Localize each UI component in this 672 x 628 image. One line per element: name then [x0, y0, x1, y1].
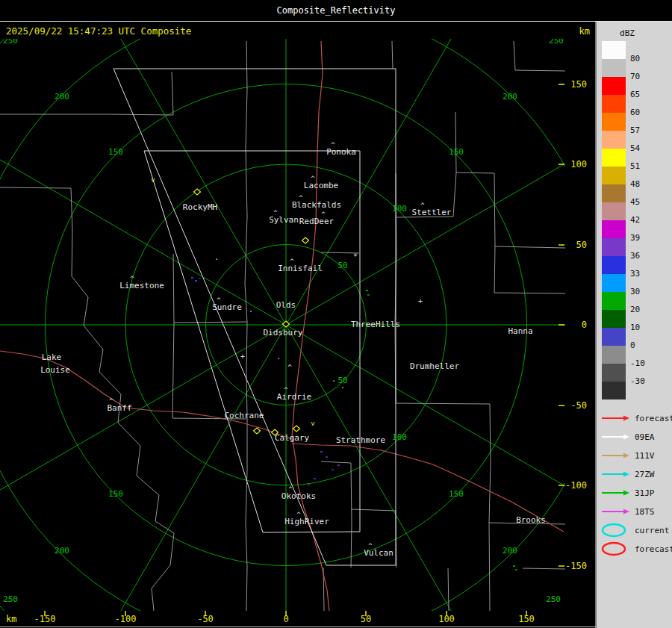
city-marker-icon: ^ [321, 211, 326, 218]
bottom-axis-tick-label: 100 [438, 614, 455, 624]
echo-pixel [366, 290, 368, 291]
colorbar-value-label: 0 [630, 341, 635, 350]
right-axis-tick-label: 150 [570, 79, 587, 90]
echo-pixel [326, 456, 328, 458]
city-label: Calgary [275, 433, 310, 443]
colorbar-value-label: 60 [630, 108, 640, 117]
colorbar-swatch [602, 220, 626, 238]
city-label: Strathmore [336, 435, 385, 445]
bottom-axis-tick-label: 0 [283, 614, 288, 624]
legend-label: forecast [635, 414, 672, 423]
scatter-mark: . [332, 375, 336, 383]
echo-pixel [199, 278, 201, 279]
km-unit-bottom: km [6, 614, 16, 624]
chevron-marker-icon: v [311, 420, 314, 427]
radar-display: Composite_Reflectivity 2025/09/22 15:47:… [0, 0, 672, 628]
colorbar-value-label: 70 [630, 72, 640, 81]
right-axis-tick-label: 50 [576, 240, 587, 250]
colorbar-value-label: 30 [630, 287, 640, 296]
colorbar-value-label: 45 [630, 197, 640, 207]
colorbar-value-label: 10 [630, 323, 640, 332]
city-label: Stettler [412, 208, 452, 217]
city-label: Lake [42, 352, 62, 362]
city-marker-icon: ^ [288, 485, 293, 493]
legend-label: 27ZW [635, 470, 655, 479]
city-label: RockyMH [183, 202, 217, 212]
colorbar-swatch [602, 149, 626, 167]
right-axis-tick-label: -50 [570, 400, 587, 411]
colorbar-value-label: 48 [630, 179, 640, 189]
city-marker-icon: ^ [290, 258, 294, 265]
city-label: Limestone [119, 281, 164, 290]
city-marker-icon: ^ [273, 209, 278, 217]
colorbar-value-label: 57 [630, 125, 640, 135]
colorbar-swatch [602, 382, 626, 400]
scatter-mark: . [276, 352, 281, 361]
colorbar-swatch [602, 328, 626, 346]
bottom-axis-tick-label: -100 [115, 614, 137, 624]
city-label: Airdrie [277, 392, 311, 402]
echo-pixel [332, 469, 334, 470]
window-title: Composite_Reflectivity [277, 5, 396, 16]
scatter-mark: . [340, 382, 345, 390]
ring-distance-label: 50 [337, 261, 347, 270]
city-marker-icon: ^ [368, 542, 373, 550]
city-label: Didsbury [264, 328, 303, 338]
colorbar-swatch [602, 364, 626, 382]
ring-distance-label: 200 [55, 92, 69, 102]
bottom-axis-tick-label: 50 [361, 614, 371, 624]
colorbar-swatch [602, 202, 626, 220]
city-marker-icon: ^ [420, 202, 425, 209]
colorbar-swatch [602, 256, 626, 274]
colorbar-value-label: 65 [630, 90, 640, 99]
city-label: Cochrane [225, 411, 264, 420]
colorbar-value-label: 36 [630, 251, 640, 261]
ring-distance-label: 200 [503, 546, 517, 556]
scatter-mark: . [214, 253, 219, 261]
echo-pixel [308, 484, 310, 485]
colorbar-value-label: 54 [630, 143, 641, 153]
colorbar-value-label: 51 [630, 161, 640, 171]
city-label: Innisfail [278, 264, 323, 273]
city-label: ThreeHills [351, 320, 400, 329]
colorbar-swatch [602, 238, 626, 256]
echo-pixel [320, 451, 323, 453]
colorbar-swatch [602, 77, 626, 95]
city-marker-icon: ^ [331, 141, 335, 149]
right-axis-tick-label: -150 [565, 561, 587, 571]
scatter-mark: + [240, 352, 245, 361]
bottom-axis-tick-label: 150 [518, 614, 535, 624]
bottom-axis-tick-label: -50 [197, 614, 214, 624]
ring-distance-label: 150 [108, 489, 123, 499]
colorbar-swatch [602, 310, 626, 328]
echo-pixel [515, 569, 517, 571]
colorbar-value-label: -10 [630, 358, 645, 368]
city-label: Brooks [516, 515, 546, 525]
legend-label: 18TS [635, 507, 655, 517]
legend-label: forecast [635, 544, 672, 554]
colorbar-swatch [602, 41, 626, 59]
legend-label: 31JP [635, 488, 655, 498]
colorbar-value-label: 80 [630, 54, 640, 63]
echo-pixel [195, 280, 197, 282]
legend-label: current [635, 526, 669, 535]
chevron-marker-icon: v [151, 176, 155, 184]
ring-distance-label: 100 [392, 432, 407, 442]
legend-label: 111V [635, 451, 655, 461]
colorbar-value-label: 39 [630, 233, 640, 243]
city-marker-icon: ^ [109, 397, 113, 405]
echo-pixel [513, 565, 515, 567]
scatter-mark: * [353, 252, 358, 261]
ring-distance-label: 150 [108, 147, 123, 157]
echo-pixel [367, 294, 370, 296]
city-label: RedDeer [299, 217, 335, 226]
scatter-mark: . [249, 305, 253, 314]
right-axis-tick-label: 0 [582, 320, 587, 330]
colorbar-swatch [602, 95, 626, 113]
colorbar-swatch [602, 184, 626, 202]
scatter-mark: ^ [287, 364, 292, 372]
colorbar-swatch [602, 274, 626, 292]
ring-distance-label: 250 [546, 594, 561, 604]
background [0, 0, 672, 628]
colorbar-value-label: 20 [630, 305, 640, 314]
